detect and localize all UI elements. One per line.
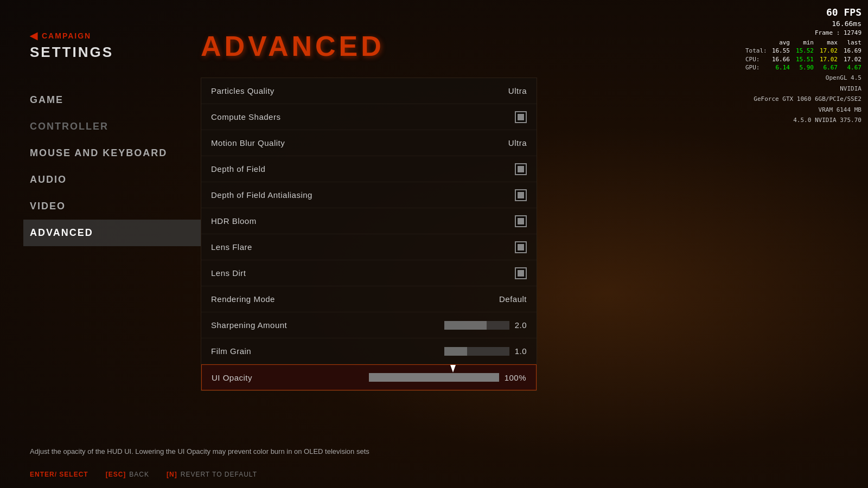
setting-value-motion-blur: Ultra [508, 138, 527, 147]
setting-row-lens-dirt[interactable]: Lens Dirt [201, 260, 537, 286]
sidebar-item-controller[interactable]: CONTROLLER [30, 113, 201, 140]
setting-row-particles[interactable]: Particles Quality Ultra [201, 78, 537, 104]
checkbox-hdr[interactable] [515, 215, 527, 227]
control-revert[interactable]: [N] REVERT TO DEFAULT [167, 471, 257, 478]
setting-label-particles: Particles Quality [211, 86, 275, 95]
hud-cpu-last: 17.02 [841, 55, 861, 63]
control-back[interactable]: [ESC] BACK [106, 471, 149, 478]
sidebar-header: ◀ CAMPAIGN SETTINGS [30, 30, 201, 61]
hud-gpu-avg: 6.14 [769, 63, 790, 72]
setting-row-dof-aa[interactable]: Depth of Field Antialiasing [201, 182, 537, 208]
hud-col-last: last [841, 38, 861, 47]
hud-gpu-lbl: GPU: [745, 63, 766, 72]
sidebar-item-audio[interactable]: AUDIO [30, 166, 201, 193]
hud-total-max: 17.02 [817, 47, 838, 55]
setting-row-lens-flare[interactable]: Lens Flare [201, 234, 537, 260]
sidebar-item-mouse[interactable]: MOUSE AND KEYBOARD [30, 140, 201, 166]
slider-film-grain-track[interactable] [444, 347, 509, 356]
sidebar-item-video[interactable]: VIDEO [30, 193, 201, 220]
control-key-select: ENTER/ SELECT [30, 471, 88, 478]
setting-value-particles: Ultra [508, 86, 527, 95]
back-arrow-icon: ◀ [30, 30, 37, 42]
setting-label-compute: Compute Shaders [211, 112, 280, 121]
hud-gpu-last: 4.67 [841, 63, 861, 72]
setting-row-film-grain[interactable]: Film Grain 1.0 [201, 338, 537, 364]
hud-total-last: 16.69 [841, 47, 861, 55]
setting-row-ui-opacity[interactable]: UI Opacity 100% [201, 364, 537, 390]
control-label-back: BACK [129, 471, 149, 478]
setting-label-lens-flare: Lens Flare [211, 242, 252, 252]
checkbox-lens-dirt[interactable] [515, 267, 527, 279]
slider-ui-opacity-container: 100% [369, 373, 526, 382]
slider-sharpening-container: 2.0 [444, 320, 527, 330]
hud-cpu-min: 15.51 [793, 55, 814, 63]
sidebar-campaign-label: CAMPAIGN [42, 31, 91, 40]
setting-label-rendering: Rendering Mode [211, 294, 275, 304]
slider-film-grain-container: 1.0 [444, 346, 527, 356]
setting-value-sharpening: 2.0 [515, 320, 527, 330]
slider-sharpening-fill [444, 321, 487, 330]
sidebar-item-advanced[interactable]: ADVANCED [23, 220, 201, 246]
setting-value-ui-opacity: 100% [505, 373, 526, 382]
setting-label-film-grain: Film Grain [211, 346, 251, 356]
setting-label-lens-dirt: Lens Dirt [211, 268, 246, 278]
slider-ui-opacity-fill [369, 373, 499, 382]
back-nav[interactable]: ◀ CAMPAIGN [30, 30, 201, 42]
slider-film-grain-fill [444, 347, 467, 356]
control-select: ENTER/ SELECT [30, 471, 88, 478]
setting-row-compute[interactable]: Compute Shaders [201, 104, 537, 130]
setting-label-dof: Depth of Field [211, 164, 265, 174]
setting-value-rendering: Default [499, 294, 527, 304]
setting-label-hdr: HDR Bloom [211, 216, 257, 226]
setting-row-sharpening[interactable]: Sharpening Amount 2.0 [201, 312, 537, 338]
hud-opengl: OpenGL 4.5 [745, 74, 861, 82]
hud-col-max: max [817, 38, 838, 47]
control-key-back: [ESC] [106, 471, 126, 478]
performance-hud: 60 FPS 16.66ms Frame : 12749 avg min max… [745, 5, 861, 124]
setting-row-rendering[interactable]: Rendering Mode Default [201, 286, 537, 312]
checkbox-dof[interactable] [515, 163, 527, 175]
setting-label-dof-aa: Depth of Field Antialiasing [211, 190, 312, 200]
hud-driver: 4.5.0 NVIDIA 375.70 [745, 116, 861, 124]
hud-cpu-avg: 16.66 [769, 55, 790, 63]
hud-gpu-min: 5.90 [793, 63, 814, 72]
bottom-hint: Adjust the opacity of the HUD UI. Loweri… [30, 447, 857, 455]
setting-label-motion-blur: Motion Blur Quality [211, 138, 285, 147]
hud-col-min: min [793, 38, 814, 47]
hud-col-avg: avg [769, 38, 790, 47]
checkbox-compute[interactable] [515, 111, 527, 123]
frame-display: Frame : 12749 [745, 29, 861, 37]
bottom-controls: ENTER/ SELECT [ESC] BACK [N] REVERT TO D… [30, 471, 257, 478]
control-key-revert: [N] [167, 471, 177, 478]
setting-row-hdr[interactable]: HDR Bloom [201, 208, 537, 234]
setting-label-ui-opacity: UI Opacity [212, 373, 252, 382]
slider-sharpening-track[interactable] [444, 321, 509, 330]
ms-display: 16.66ms [745, 19, 861, 29]
setting-label-sharpening: Sharpening Amount [211, 320, 287, 330]
hud-gpu-max: 6.67 [817, 63, 838, 72]
hud-total-avg: 16.55 [769, 47, 790, 55]
hud-cpu-lbl: CPU: [745, 55, 766, 63]
hud-total-min: 15.52 [793, 47, 814, 55]
hud-cpu-max: 17.02 [817, 55, 838, 63]
fps-display: 60 FPS [745, 5, 861, 19]
hud-nvidia-label: NVIDIA [745, 85, 861, 93]
control-label-revert: REVERT TO DEFAULT [181, 471, 257, 478]
slider-ui-opacity-track[interactable] [369, 373, 499, 382]
checkbox-lens-flare[interactable] [515, 241, 527, 253]
setting-value-film-grain: 1.0 [515, 346, 527, 356]
sidebar: ◀ CAMPAIGN SETTINGS GAME CONTROLLER MOUS… [0, 0, 201, 488]
setting-row-dof[interactable]: Depth of Field [201, 156, 537, 182]
hud-vram: VRAM 6144 MB [745, 106, 861, 114]
sidebar-item-game[interactable]: GAME [30, 87, 201, 113]
checkbox-dof-aa[interactable] [515, 189, 527, 201]
settings-panel: Particles Quality Ultra Compute Shaders … [201, 78, 537, 391]
sidebar-settings-label: SETTINGS [30, 44, 201, 61]
hud-gpu-model: GeForce GTX 1060 6GB/PCIe/SSE2 [745, 95, 861, 103]
hud-total-lbl: Total: [745, 47, 766, 55]
setting-row-motion-blur[interactable]: Motion Blur Quality Ultra [201, 130, 537, 156]
sidebar-nav: GAME CONTROLLER MOUSE AND KEYBOARD AUDIO… [30, 87, 201, 246]
